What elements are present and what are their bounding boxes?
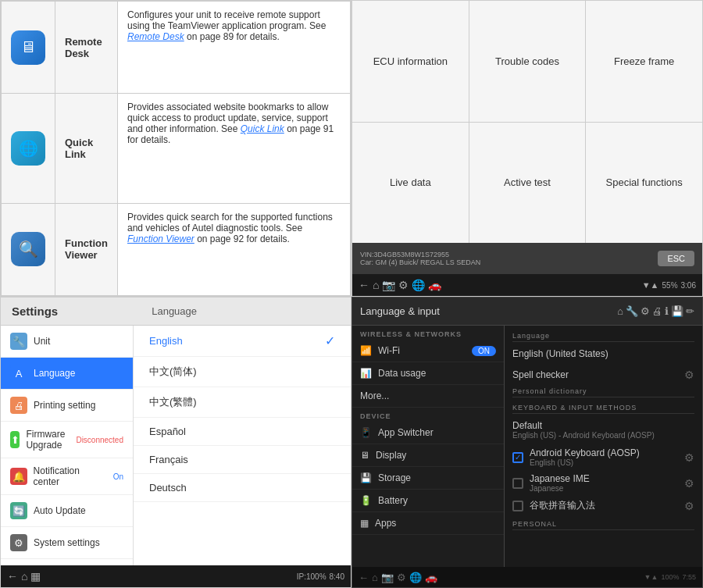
li-body: WIRELESS & NETWORKS 📶 Wi-Fi ON 📊 Data us…	[352, 326, 702, 567]
vin-text: VIN:3D4GB53M8W1S72955	[360, 251, 651, 258]
live-data-btn[interactable]: Live data	[352, 123, 469, 244]
quick-link-link[interactable]: Quick Link	[241, 123, 284, 134]
japanese-ime-settings-icon[interactable]: ⚙	[684, 477, 694, 490]
home-icon[interactable]: ⌂	[21, 570, 27, 583]
li-camera-status-icon[interactable]: 📷	[381, 572, 394, 583]
li-home-status-icon[interactable]: ⌂	[372, 572, 378, 583]
wifi-item-icon: 📶	[360, 345, 372, 356]
language-input-panel: Language & input ⌂ 🔧 ⚙ 🖨 ℹ 💾 ✏ WIRELESS …	[352, 297, 703, 588]
li-print-icon[interactable]: 🖨	[652, 305, 662, 317]
li-car-status-icon[interactable]: 🚗	[425, 572, 437, 583]
lang-item-english[interactable]: English ✓	[134, 326, 351, 357]
li-save-icon[interactable]: 💾	[671, 305, 683, 317]
sidebar-item-notification[interactable]: 🔔 Notification center On	[1, 458, 133, 495]
globe-icon[interactable]: 🌐	[412, 279, 425, 291]
personal-section-title: PERSONAL	[512, 520, 694, 530]
trouble-codes-btn[interactable]: Trouble codes	[469, 1, 586, 122]
home-icon[interactable]: ⌂	[373, 279, 379, 291]
ip-status: IP:100%	[297, 572, 327, 581]
li-info-icon[interactable]: ℹ	[665, 305, 669, 317]
apps-label: Apps	[375, 518, 396, 529]
sidebar-item-unit[interactable]: 🔧 Unit	[1, 326, 133, 358]
google-pinyin-item[interactable]: 谷歌拼音输入法 ⚙	[512, 496, 694, 515]
android-keyboard-checkbox: ✓	[512, 452, 523, 463]
back-icon[interactable]: ←	[359, 279, 369, 291]
li-gear-icon[interactable]: ⚙	[641, 305, 650, 317]
apps-item[interactable]: ▦ Apps	[352, 512, 504, 535]
japanese-ime-item[interactable]: Japanese IME Japanese ⚙	[512, 470, 694, 496]
sidebar-item-firmware[interactable]: ⬆ Firmware Upgrade Disconnected	[1, 422, 133, 458]
li-home-icon[interactable]: ⌂	[617, 305, 623, 317]
battery-icon: 🔋	[360, 495, 372, 506]
app-switcher-item[interactable]: 📱 App Switcher	[352, 422, 504, 444]
firmware-icon: ⬆	[10, 431, 20, 448]
li-back-icon[interactable]: ←	[359, 572, 369, 583]
android-keyboard-sub: English (US)	[530, 458, 684, 467]
li-edit-icon[interactable]: ✏	[686, 305, 694, 317]
lang-item-spanish[interactable]: Español	[134, 418, 351, 446]
settings-icon[interactable]: ⚙	[398, 279, 409, 291]
lang-item-simplified-chinese[interactable]: 中文(简体)	[134, 357, 351, 387]
function-grid: ECU information Trouble codes Freeze fra…	[352, 1, 702, 243]
more-item[interactable]: More...	[352, 385, 504, 408]
firmware-badge: Disconnected	[76, 436, 123, 444]
table-row: 🖥 RemoteDesk Configures your unit to rec…	[2, 2, 351, 94]
android-keyboard-text: Android Keyboard (AOSP) English (US)	[530, 447, 684, 467]
li-tool-icon[interactable]: 🔧	[626, 305, 638, 317]
sidebar-item-printing[interactable]: 🖨 Printing setting	[1, 390, 133, 422]
display-item[interactable]: 🖥 Display	[352, 444, 504, 467]
app-switcher-icon: 📱	[360, 427, 372, 438]
li-title: Language & input	[360, 305, 614, 317]
function-viewer-icon-cell: 🔍	[2, 203, 55, 295]
menu-icon[interactable]: ▦	[30, 570, 41, 583]
top-right-panel: ECU information Trouble codes Freeze fra…	[352, 0, 703, 297]
wifi-icon: ▼▲	[642, 280, 659, 290]
camera-icon[interactable]: 📷	[382, 279, 395, 291]
android-keyboard-item[interactable]: ✓ Android Keyboard (AOSP) English (US) ⚙	[512, 444, 694, 470]
car-icon[interactable]: 🚗	[428, 279, 441, 291]
settings-status-right: IP:100% 8:40	[297, 572, 344, 581]
li-battery-status: 100%	[661, 573, 679, 581]
special-functions-btn[interactable]: Special functions	[586, 123, 702, 244]
li-left-nav: WIRELESS & NETWORKS 📶 Wi-Fi ON 📊 Data us…	[352, 326, 505, 567]
active-test-btn[interactable]: Active test	[469, 123, 586, 244]
remote-desk-icon-cell: 🖥	[2, 2, 55, 94]
li-settings-status-icon[interactable]: ⚙	[397, 572, 406, 583]
keyboard-section-title: KEYBOARD & INPUT METHODS	[512, 404, 694, 414]
lang-item-traditional-chinese[interactable]: 中文(繁體)	[134, 387, 351, 418]
wifi-toggle[interactable]: ON	[472, 346, 496, 356]
function-viewer-desc: Provides quick search for the supported …	[118, 203, 351, 295]
android-keyboard-settings-icon[interactable]: ⚙	[684, 451, 694, 464]
google-pinyin-settings-icon[interactable]: ⚙	[684, 500, 694, 512]
quick-link-icon-cell: 🌐	[2, 94, 55, 203]
back-icon[interactable]: ←	[7, 570, 18, 583]
ecu-information-btn[interactable]: ECU information	[352, 1, 469, 122]
function-viewer-link[interactable]: Function Viewer	[127, 233, 194, 244]
esc-button[interactable]: ESC	[658, 251, 694, 266]
storage-item[interactable]: 💾 Storage	[352, 467, 504, 490]
spell-checker-settings-icon[interactable]: ⚙	[684, 369, 694, 381]
language-label: Language	[34, 368, 75, 379]
notification-icon: 🔔	[10, 468, 27, 485]
lang-item-french[interactable]: Français	[134, 446, 351, 474]
data-usage-item[interactable]: 📊 Data usage	[352, 362, 504, 385]
remote-desk-link[interactable]: Remote Desk	[127, 31, 184, 42]
sidebar-item-language[interactable]: A Language	[1, 358, 133, 390]
wifi-item[interactable]: 📶 Wi-Fi ON	[352, 340, 504, 362]
sidebar-item-system[interactable]: ⚙ System settings	[1, 527, 133, 559]
lang-item-german[interactable]: Deutsch	[134, 474, 351, 502]
device-section-title: DEVICE	[352, 408, 504, 422]
li-connect-status-icon[interactable]: 🌐	[409, 572, 422, 583]
freeze-frame-btn[interactable]: Freeze frame	[586, 1, 702, 122]
remote-desk-icon: 🖥	[11, 30, 45, 65]
spell-checker-item[interactable]: Spell checker ⚙	[512, 365, 694, 387]
features-table: 🖥 RemoteDesk Configures your unit to rec…	[1, 1, 351, 296]
lang-german-label: Deutsch	[149, 482, 187, 494]
li-wifi-status: ▼▲	[644, 573, 658, 581]
spell-checker-label: Spell checker	[512, 369, 684, 380]
language-header-title: Language	[152, 305, 197, 317]
sidebar-item-autoupdate[interactable]: 🔄 Auto Update	[1, 495, 133, 527]
default-keyboard-item: Default English (US) - Android Keyboard …	[512, 417, 694, 444]
battery-item[interactable]: 🔋 Battery	[352, 490, 504, 512]
car-text: Car: GM (4) Buick/ REGAL LS SEDAN	[360, 258, 651, 266]
